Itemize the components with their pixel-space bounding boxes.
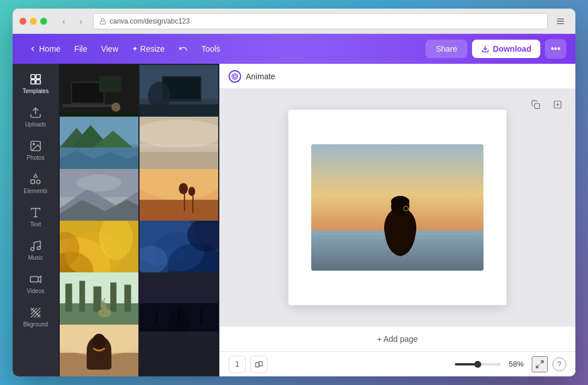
svg-rect-29 (99, 76, 122, 92)
music-icon (29, 240, 42, 252)
close-button[interactable] (20, 18, 26, 25)
sidebar-item-text[interactable]: Text (16, 202, 55, 233)
view-nav-item[interactable]: View (94, 41, 125, 57)
minimize-button[interactable] (30, 18, 37, 25)
lock-icon (99, 18, 106, 25)
animate-sparkle-icon (231, 73, 238, 80)
forward-button[interactable]: › (74, 14, 88, 29)
resize-nav-item[interactable]: ✦ Resize (125, 41, 172, 57)
more-options-button[interactable]: ••• (545, 39, 566, 59)
svg-point-55 (76, 174, 121, 191)
tools-nav-item[interactable]: Tools (195, 41, 227, 57)
svg-point-63 (188, 187, 195, 196)
file-nav-item[interactable]: File (67, 41, 94, 57)
media-thumb-5[interactable] (60, 169, 138, 228)
download-button[interactable]: Download (472, 40, 540, 58)
media-thumb-3[interactable] (60, 117, 138, 176)
main-area: Templates Uploads (13, 64, 575, 376)
copy-icon (531, 100, 540, 109)
svg-rect-5 (31, 75, 35, 79)
file-label: File (74, 44, 87, 53)
uploads-label: Uploads (25, 121, 47, 128)
elements-label: Elements (24, 188, 48, 195)
sidebar-item-uploads[interactable]: Uploads (16, 102, 55, 133)
svg-rect-27 (72, 83, 104, 102)
media-thumb-10[interactable] (140, 272, 218, 332)
animate-label: Animate (246, 72, 275, 81)
canvas-area: Animate (219, 64, 575, 376)
canvas-workspace[interactable] (219, 89, 575, 326)
hamburger-icon (556, 17, 565, 26)
svg-rect-121 (256, 363, 259, 367)
svg-point-106 (232, 74, 238, 79)
canvas-page[interactable] (288, 110, 506, 305)
media-thumb-7[interactable] (60, 221, 138, 280)
address-text: canva.com/design/abc123 (110, 17, 189, 25)
fullscreen-icon (535, 360, 544, 369)
sidebar-item-templates[interactable]: Templates (16, 68, 55, 99)
canvas-actions (527, 96, 566, 113)
animate-icon (229, 70, 241, 83)
svg-point-50 (140, 120, 218, 148)
slider-thumb[interactable] (474, 361, 481, 368)
media-thumb-9[interactable] (60, 272, 138, 332)
plus-icon (553, 100, 562, 109)
media-thumb-4[interactable] (140, 117, 218, 176)
add-page-bar[interactable]: + Add page (219, 326, 575, 351)
svg-rect-83 (125, 285, 131, 312)
back-button[interactable]: ‹ (56, 14, 71, 29)
text-label: Text (30, 221, 41, 228)
slider-track (455, 363, 501, 365)
svg-rect-8 (36, 80, 40, 84)
media-thumb-1[interactable] (60, 65, 138, 124)
video-icon (29, 273, 42, 286)
svg-point-16 (31, 248, 34, 251)
undo-nav-item[interactable] (172, 41, 195, 57)
undo-icon (179, 44, 188, 53)
fullscreen-button[interactable] (532, 356, 548, 372)
share-button[interactable]: Share (425, 40, 467, 58)
chevron-left-icon (29, 45, 37, 53)
tools-label: Tools (202, 44, 220, 53)
svg-rect-82 (110, 283, 117, 312)
shapes-icon (29, 173, 42, 186)
zoom-control: 58% ? (455, 356, 566, 372)
page-overview-button[interactable] (250, 356, 268, 373)
sidebar-item-videos[interactable]: Videos (16, 268, 55, 299)
help-button[interactable]: ? (552, 357, 566, 371)
media-thumb-2[interactable] (140, 65, 218, 124)
media-panel: ‹ (59, 64, 219, 376)
music-label: Music (28, 255, 43, 261)
sidebar-item-photos[interactable]: Photos (16, 135, 55, 166)
add-element-button[interactable] (549, 96, 566, 113)
page-indicator[interactable]: 1 (229, 356, 246, 373)
browser-menu-icon[interactable] (552, 13, 568, 29)
media-thumb-11[interactable] (60, 325, 138, 376)
page-number: 1 (235, 360, 239, 368)
duplicate-page-button[interactable] (527, 96, 544, 113)
maximize-button[interactable] (40, 18, 47, 25)
svg-rect-91 (140, 272, 218, 303)
sidebar-item-elements[interactable]: Elements (16, 168, 55, 199)
sidebar-item-background[interactable]: Bkground (16, 302, 55, 333)
top-navbar: Home File View ✦ Resize Tools Share (13, 34, 575, 64)
pages-icon (255, 360, 263, 368)
media-thumb-6[interactable] (140, 169, 218, 228)
text-icon (29, 206, 42, 219)
zoom-slider[interactable] (455, 363, 501, 365)
svg-point-11 (33, 143, 34, 145)
add-page-label: + Add page (377, 334, 417, 344)
svg-point-103 (92, 333, 106, 349)
svg-line-124 (536, 365, 539, 368)
resize-label: Resize (140, 44, 165, 53)
svg-rect-0 (100, 21, 106, 24)
svg-point-13 (36, 180, 40, 183)
sidebar-item-music[interactable]: Music (16, 235, 55, 266)
home-nav-item[interactable]: Home (22, 41, 67, 57)
app-container: Home File View ✦ Resize Tools Share (13, 34, 575, 376)
browser-window: ‹ › canva.com/design/abc123 Home (13, 9, 575, 376)
photos-label: Photos (26, 155, 44, 161)
media-thumb-8[interactable] (140, 221, 218, 280)
svg-rect-122 (259, 361, 262, 366)
address-bar[interactable]: canva.com/design/abc123 (93, 13, 548, 29)
